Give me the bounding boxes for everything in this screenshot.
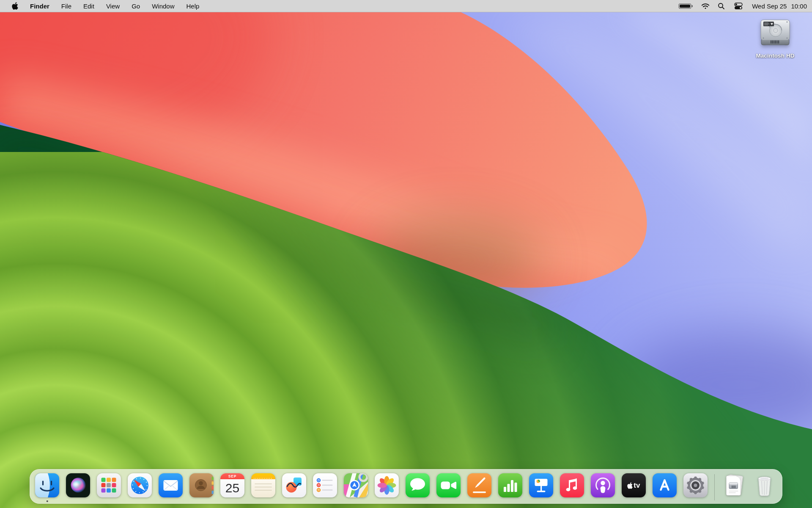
calendar-day: 25	[220, 479, 244, 497]
dock-item-reminders[interactable]	[313, 473, 337, 497]
dock-item-photos[interactable]	[375, 473, 399, 497]
desktop: { "menu_bar": { "apple_icon": "apple-log…	[0, 0, 812, 508]
menu-item-go[interactable]: Go	[132, 0, 140, 12]
wifi-icon[interactable]	[701, 3, 710, 9]
menu-item-finder[interactable]: Finder	[30, 0, 49, 12]
dock-item-mail[interactable]	[159, 473, 183, 497]
dock-item-pages[interactable]	[467, 473, 491, 497]
desktop-icon-label: Macintosh HD	[749, 52, 802, 59]
tv-label: tv	[634, 481, 640, 490]
wallpaper-sonoma	[0, 12, 812, 508]
dock-item-facetime[interactable]	[436, 473, 461, 497]
dock-item-launchpad[interactable]	[97, 473, 121, 497]
battery-icon[interactable]	[678, 3, 693, 10]
dock-item-calendar[interactable]: SEP 25	[220, 473, 244, 497]
desktop-icon-macintosh-hd[interactable]: Macintosh HD	[749, 18, 802, 59]
menu-bar: FinderFileEditViewGoWindowHelp	[0, 0, 812, 12]
hard-drive-icon	[749, 18, 802, 51]
dock-item-notes[interactable]	[251, 473, 275, 497]
menu-clock[interactable]: Wed Sep 25 10:00	[752, 3, 807, 10]
search-icon[interactable]	[718, 3, 725, 10]
menu-time: 10:00	[791, 3, 807, 10]
dock-item-maps[interactable]	[344, 473, 368, 497]
dock-item-tv[interactable]: tv	[622, 473, 646, 497]
menu-item-file[interactable]: File	[61, 0, 71, 12]
apple-menu-icon[interactable]	[12, 2, 18, 10]
dock-item-music[interactable]	[560, 473, 584, 497]
dock-item-finder[interactable]	[35, 473, 59, 497]
dock: SEP 25	[30, 469, 782, 504]
dock-divider	[714, 474, 715, 500]
running-indicator	[46, 500, 48, 502]
dock-item-messages[interactable]	[406, 473, 430, 497]
dock-item-trash[interactable]	[752, 473, 776, 497]
menu-item-edit[interactable]: Edit	[83, 0, 94, 12]
dock-item-system-settings[interactable]	[683, 473, 708, 497]
dock-item-freeform[interactable]	[282, 473, 306, 497]
dock-item-safari[interactable]	[128, 473, 152, 497]
menu-item-view[interactable]: View	[106, 0, 120, 12]
menu-item-help[interactable]: Help	[187, 0, 200, 12]
apple-logo-icon	[627, 482, 633, 489]
dock-item-app-store[interactable]	[653, 473, 677, 497]
dock-item-keynote[interactable]	[529, 473, 553, 497]
menu-item-window[interactable]: Window	[152, 0, 174, 12]
dock-item-podcasts[interactable]	[591, 473, 615, 497]
calendar-month: SEP	[220, 473, 244, 479]
dock-item-numbers[interactable]	[498, 473, 522, 497]
dock-item-siri[interactable]	[66, 473, 90, 497]
control-center-icon[interactable]	[733, 3, 744, 10]
menu-date: Wed Sep 25	[752, 3, 787, 10]
dock-item-contacts[interactable]	[189, 473, 214, 497]
dock-item-downloads[interactable]	[721, 473, 746, 497]
